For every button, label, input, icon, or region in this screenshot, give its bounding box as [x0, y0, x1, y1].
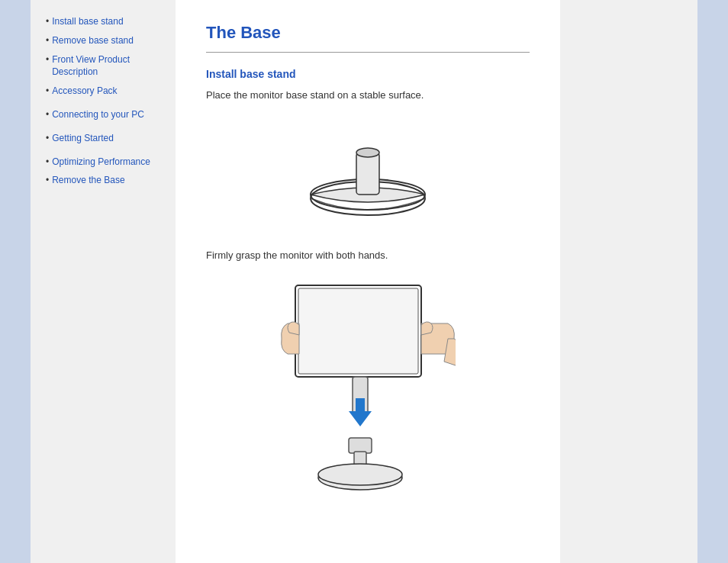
sidebar-nav-group-3: Getting Started: [46, 132, 168, 145]
base-stand-image: [206, 118, 530, 225]
svg-point-12: [318, 464, 402, 485]
monitor-install-image: [206, 278, 530, 522]
sidebar-item-install[interactable]: Install base stand: [46, 15, 168, 28]
sidebar-link-optimizing[interactable]: Optimizing Performance: [52, 156, 150, 169]
sidebar-item-optimizing[interactable]: Optimizing Performance: [46, 156, 168, 169]
sidebar-link-getting-started[interactable]: Getting Started: [52, 132, 114, 145]
section-divider: [206, 52, 530, 53]
sidebar-item-accessory[interactable]: Accessory Pack: [46, 85, 168, 98]
sidebar-nav-group-2: Connecting to your PC: [46, 108, 168, 121]
left-accent-bar: [0, 0, 31, 563]
sidebar-item-remove-stand[interactable]: Remove base stand: [46, 34, 168, 47]
sidebar-item-remove-base[interactable]: Remove the Base: [46, 174, 168, 187]
sidebar-nav-group-4: Optimizing Performance Remove the Base: [46, 156, 168, 188]
body-text-place: Place the monitor base stand on a stable…: [206, 88, 530, 103]
svg-rect-9: [349, 438, 372, 453]
svg-rect-2: [356, 153, 379, 195]
body-text-grasp: Firmly grasp the monitor with both hands…: [206, 248, 530, 263]
right-accent-bar: [697, 0, 728, 563]
sidebar-link-remove-stand[interactable]: Remove base stand: [52, 34, 134, 47]
sidebar-item-connecting[interactable]: Connecting to your PC: [46, 108, 168, 121]
sidebar-link-install[interactable]: Install base stand: [52, 15, 123, 28]
section-heading-install: Install base stand: [206, 68, 530, 80]
sidebar-link-front-view[interactable]: Front View Product Description: [52, 53, 168, 79]
base-stand-illustration: [292, 118, 444, 225]
sidebar-link-connecting[interactable]: Connecting to your PC: [52, 108, 144, 121]
right-panel: [560, 0, 697, 563]
sidebar-link-accessory[interactable]: Accessory Pack: [52, 85, 117, 98]
svg-rect-8: [356, 398, 365, 413]
sidebar-item-front-view[interactable]: Front View Product Description: [46, 53, 168, 79]
monitor-install-illustration: [280, 278, 456, 522]
svg-point-3: [356, 148, 379, 157]
sidebar-link-remove-base[interactable]: Remove the Base: [52, 174, 124, 187]
sidebar: Install base stand Remove base stand Fro…: [31, 0, 176, 563]
sidebar-item-getting-started[interactable]: Getting Started: [46, 132, 168, 145]
sidebar-nav-group-1: Install base stand Remove base stand Fro…: [46, 15, 168, 98]
main-content: The Base Install base stand Place the mo…: [176, 0, 560, 563]
svg-rect-5: [298, 288, 418, 374]
page-title: The Base: [206, 23, 530, 43]
